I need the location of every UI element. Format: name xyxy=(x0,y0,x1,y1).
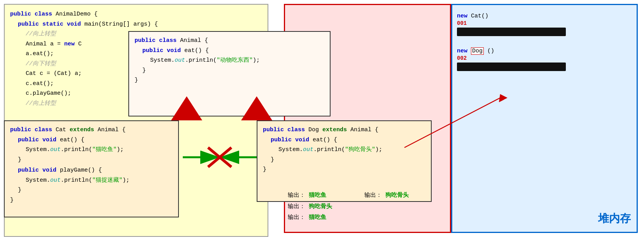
cat-line8: } xyxy=(10,195,173,205)
cat-line1: public class Cat extends Animal { xyxy=(10,125,173,135)
output-value2b: 狗吃骨头 xyxy=(385,192,409,199)
cat-parent: Animal { xyxy=(98,127,126,133)
kw-void-d: void xyxy=(295,137,309,143)
kw-public2: public xyxy=(18,21,39,28)
animal-brace2: } xyxy=(135,77,138,83)
kw-class-d: class xyxy=(287,127,305,133)
kw-class-a: class xyxy=(159,37,177,44)
heap-dog-bar xyxy=(457,63,566,71)
animal-eat-sig: eat() { xyxy=(184,47,209,54)
heap-item-dog: new Dog () 002 xyxy=(457,48,632,71)
dog-classname: Dog xyxy=(308,127,322,133)
heap-title: 堆内存 xyxy=(598,211,631,226)
cat-brace2: } xyxy=(18,187,21,193)
heap-item-cat: new Cat() 001 xyxy=(457,13,632,36)
heap-cat-label: new Cat() xyxy=(457,13,632,19)
cat-new-partial: C xyxy=(78,41,82,47)
output-label3: 输出： xyxy=(288,214,305,221)
heap-cat-id: 001 xyxy=(457,20,632,26)
output-label1: 输出： xyxy=(288,192,305,199)
main-sig: main(String[] args) { xyxy=(84,21,158,28)
cat-class-box: public class Cat extends Animal { public… xyxy=(4,120,179,217)
dog-brace1: } xyxy=(271,156,274,163)
animal-line2: public void eat() { xyxy=(135,46,324,56)
heap-cat-class: Cat() xyxy=(471,13,488,19)
dog-eat-sig: eat() { xyxy=(313,137,337,143)
comment3: //向上转型 xyxy=(26,100,56,107)
cat-eat-sig: eat() { xyxy=(60,137,84,143)
cat-sysout2: System. xyxy=(26,177,50,184)
cat-out2: out xyxy=(50,177,61,184)
cat-close: ); xyxy=(117,146,124,153)
output-value3: 猫吃鱼 xyxy=(309,214,326,221)
animal-line4: } xyxy=(135,66,324,76)
kw-class-c: class xyxy=(35,127,52,133)
output-label2b: 输出： xyxy=(364,192,382,199)
dog-out: out xyxy=(303,146,313,153)
cat-playgame-sig: playGame() { xyxy=(60,167,102,174)
dog-line2: public void eat() { xyxy=(263,135,425,145)
main-line1: public class AnimalDemo { xyxy=(10,9,262,19)
dog-str: "狗吃骨头" xyxy=(345,146,375,153)
dog-line4: } xyxy=(263,155,425,165)
dog-close: ); xyxy=(375,146,382,153)
animal-brace1: } xyxy=(142,67,146,74)
cat-str: "猫吃鱼" xyxy=(92,146,117,153)
kw-new-cat: new xyxy=(457,13,467,19)
heap-box: new Cat() 001 new Dog () 002 堆内存 xyxy=(451,4,638,233)
kw-extends-d: extends xyxy=(322,127,347,133)
kw-extends-c: extends xyxy=(70,127,94,133)
kw-public-a: public xyxy=(135,37,156,44)
kw-public-c2: public xyxy=(18,137,39,143)
output-row3: 输出： 猫吃鱼 xyxy=(288,212,409,224)
dog-sysout: System. xyxy=(278,146,303,153)
kw-public-d: public xyxy=(263,127,284,133)
cat-classname: Cat xyxy=(56,127,70,133)
animal-var: Animal a = xyxy=(26,41,64,47)
cat-println: .println( xyxy=(61,146,92,153)
kw-new1: new xyxy=(64,41,75,47)
output-value1: 猫吃鱼 xyxy=(309,192,326,199)
dog-parent: Animal { xyxy=(350,127,378,133)
c-eat: c.eat(); xyxy=(26,80,54,87)
animal-classname: Animal { xyxy=(180,37,208,44)
dog-brace2: } xyxy=(263,166,266,173)
cat-line6: System.out.println("猫捉迷藏"); xyxy=(10,175,173,186)
kw-void-a: void xyxy=(167,47,181,54)
output-row1: 输出： 猫吃鱼 输出： 狗吃骨头 xyxy=(288,190,409,202)
heap-dog-paren: () xyxy=(487,48,494,54)
cat-cast: Cat c = (Cat) a; xyxy=(26,70,82,77)
kw-public-c3: public xyxy=(18,167,39,174)
heap-dog-highlight: Dog xyxy=(471,47,484,55)
cat-close2: ); xyxy=(122,177,130,184)
animal-println: .println( xyxy=(185,57,217,64)
main-line2: public static void main(String[] args) { xyxy=(10,19,262,30)
dog-line5: } xyxy=(263,165,425,175)
animal-out: out xyxy=(175,57,185,64)
dog-println: .println( xyxy=(313,146,345,153)
cat-line7: } xyxy=(10,185,173,195)
animal-str: "动物吃东西" xyxy=(217,57,253,64)
cat-str2: "猫捉迷藏" xyxy=(92,177,122,184)
comment2: //向下转型 xyxy=(26,61,56,67)
heap-dog-label: new Dog () xyxy=(457,48,632,54)
output-label2: 输出： xyxy=(288,203,305,210)
cat-line3: System.out.println("猫吃鱼"); xyxy=(10,145,173,155)
animal-sysout: System. xyxy=(150,57,175,64)
a-eat: a.eat(); xyxy=(26,50,54,57)
animal-line3: System.out.println("动物吃东西"); xyxy=(135,56,324,66)
kw-void-c2: void xyxy=(42,167,56,174)
animal-class-box: public class Animal { public void eat() … xyxy=(128,31,331,116)
kw-public1: public xyxy=(10,11,31,17)
comment1: //向上转型 xyxy=(26,31,56,37)
c-playgame: c.playGame(); xyxy=(26,90,71,97)
animal-line5: } xyxy=(135,75,324,85)
output-section: 输出： 猫吃鱼 输出： 狗吃骨头 输出： 狗吃骨头 输出： 猫吃鱼 xyxy=(288,190,409,224)
kw-void-c: void xyxy=(42,137,56,143)
cat-out: out xyxy=(50,146,61,153)
animal-close: ); xyxy=(253,57,260,64)
heap-cat-bar xyxy=(457,28,566,36)
cat-brace3: } xyxy=(10,197,14,203)
cat-sysout: System. xyxy=(26,146,50,153)
cat-brace1: } xyxy=(18,156,21,163)
